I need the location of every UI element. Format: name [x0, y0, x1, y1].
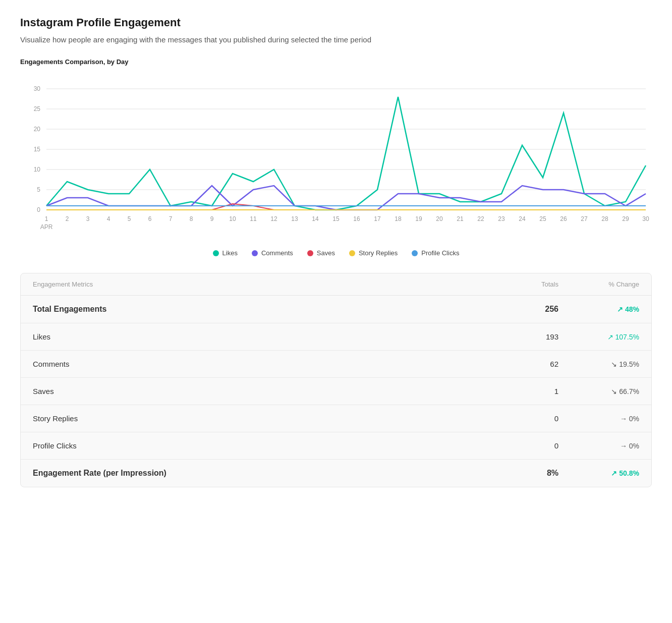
- row-total-saves: 1: [508, 387, 569, 395]
- row-total-comments: 62: [508, 360, 569, 368]
- svg-text:23: 23: [498, 215, 505, 222]
- row-comments: Comments 62 ↘ 19.5%: [21, 351, 651, 378]
- row-change-profile-clicks: → 0%: [569, 442, 639, 450]
- svg-text:5: 5: [128, 215, 131, 222]
- row-change-total-engagements: ↗ 48%: [569, 305, 639, 313]
- row-total-profile-clicks: 0: [508, 441, 569, 450]
- svg-text:9: 9: [210, 215, 214, 222]
- row-total-story-replies: 0: [508, 414, 569, 423]
- legend-dot-comments: [252, 250, 258, 256]
- row-label-saves: Saves: [33, 387, 508, 395]
- row-label-story-replies: Story Replies: [33, 414, 508, 423]
- svg-text:18: 18: [395, 215, 402, 222]
- metrics-table: Engagement Metrics Totals % Change Total…: [20, 273, 652, 487]
- legend-item-comments: Comments: [252, 249, 293, 257]
- legend-label-story-replies: Story Replies: [359, 249, 398, 257]
- svg-text:10: 10: [229, 215, 236, 222]
- chart-section-title: Engagements Comparison, by Day: [20, 58, 652, 66]
- svg-text:10: 10: [34, 166, 41, 173]
- legend-label-likes: Likes: [222, 249, 238, 257]
- row-likes: Likes 193 ↗ 107.5%: [21, 323, 651, 351]
- svg-text:4: 4: [107, 215, 110, 222]
- svg-text:25: 25: [34, 105, 41, 112]
- svg-text:29: 29: [622, 215, 629, 222]
- svg-text:21: 21: [457, 215, 464, 222]
- svg-text:15: 15: [34, 146, 41, 153]
- svg-text:11: 11: [250, 215, 257, 222]
- svg-text:16: 16: [353, 215, 360, 222]
- svg-text:APR: APR: [40, 223, 53, 231]
- legend-item-likes: Likes: [213, 249, 238, 257]
- svg-text:0: 0: [37, 206, 40, 213]
- row-change-story-replies: → 0%: [569, 415, 639, 423]
- legend-dot-story-replies: [349, 250, 355, 256]
- row-change-saves: ↘ 66.7%: [569, 387, 639, 395]
- header-col1: Engagement Metrics: [33, 280, 508, 288]
- row-label-comments: Comments: [33, 360, 508, 368]
- svg-text:28: 28: [601, 215, 608, 222]
- row-change-comments: ↘ 19.5%: [569, 360, 639, 368]
- row-profile-clicks: Profile Clicks 0 → 0%: [21, 432, 651, 460]
- row-total-engagement-rate: 8%: [508, 469, 569, 478]
- svg-text:7: 7: [169, 215, 173, 222]
- svg-text:20: 20: [34, 126, 41, 133]
- row-total-likes: 193: [508, 332, 569, 341]
- chart-legend: Likes Comments Saves Story Replies Profi…: [20, 249, 652, 257]
- svg-text:5: 5: [37, 186, 40, 193]
- row-change-engagement-rate: ↗ 50.8%: [569, 469, 639, 477]
- row-change-likes: ↗ 107.5%: [569, 333, 639, 341]
- svg-text:14: 14: [312, 215, 319, 222]
- row-label-total-engagements: Total Engagements: [33, 305, 508, 314]
- header-col2: Totals: [508, 280, 569, 288]
- row-story-replies: Story Replies 0 → 0%: [21, 405, 651, 432]
- page-subtitle: Visualize how people are engaging with t…: [20, 35, 652, 44]
- legend-item-profile-clicks: Profile Clicks: [412, 249, 459, 257]
- svg-text:15: 15: [332, 215, 340, 222]
- legend-label-saves: Saves: [317, 249, 335, 257]
- svg-text:27: 27: [581, 215, 588, 222]
- row-label-likes: Likes: [33, 332, 508, 341]
- legend-item-saves: Saves: [307, 249, 335, 257]
- svg-text:17: 17: [374, 215, 381, 222]
- svg-text:22: 22: [477, 215, 484, 222]
- row-total-engagements: Total Engagements 256 ↗ 48%: [21, 296, 651, 323]
- svg-text:8: 8: [190, 215, 193, 222]
- row-label-profile-clicks: Profile Clicks: [33, 441, 508, 450]
- svg-text:26: 26: [560, 215, 567, 222]
- row-label-engagement-rate: Engagement Rate (per Impression): [33, 469, 508, 478]
- page-title: Instagram Profile Engagement: [20, 16, 652, 29]
- svg-text:20: 20: [436, 215, 443, 222]
- svg-text:3: 3: [86, 215, 90, 222]
- legend-item-story-replies: Story Replies: [349, 249, 398, 257]
- row-total-value-total-engagements: 256: [508, 305, 569, 314]
- svg-text:19: 19: [415, 215, 422, 222]
- chart-area: 30 25 20 15 10 5 0 1 2 3 4 5 6 7 8 9 10 …: [20, 74, 652, 245]
- line-chart: 30 25 20 15 10 5 0 1 2 3 4 5 6 7 8 9 10 …: [20, 74, 652, 245]
- row-engagement-rate: Engagement Rate (per Impression) 8% ↗ 50…: [21, 460, 651, 487]
- svg-text:25: 25: [539, 215, 546, 222]
- svg-text:1: 1: [45, 215, 48, 222]
- header-col3: % Change: [569, 280, 639, 288]
- svg-text:30: 30: [642, 215, 649, 222]
- svg-text:24: 24: [519, 215, 526, 222]
- legend-dot-profile-clicks: [412, 250, 418, 256]
- legend-dot-likes: [213, 250, 219, 256]
- metrics-table-header: Engagement Metrics Totals % Change: [21, 273, 651, 296]
- row-saves: Saves 1 ↘ 66.7%: [21, 378, 651, 405]
- legend-dot-saves: [307, 250, 313, 256]
- svg-text:2: 2: [66, 215, 69, 222]
- svg-text:13: 13: [291, 215, 298, 222]
- svg-text:12: 12: [270, 215, 277, 222]
- svg-text:6: 6: [148, 215, 152, 222]
- legend-label-comments: Comments: [261, 249, 293, 257]
- legend-label-profile-clicks: Profile Clicks: [421, 249, 459, 257]
- svg-text:30: 30: [34, 85, 41, 92]
